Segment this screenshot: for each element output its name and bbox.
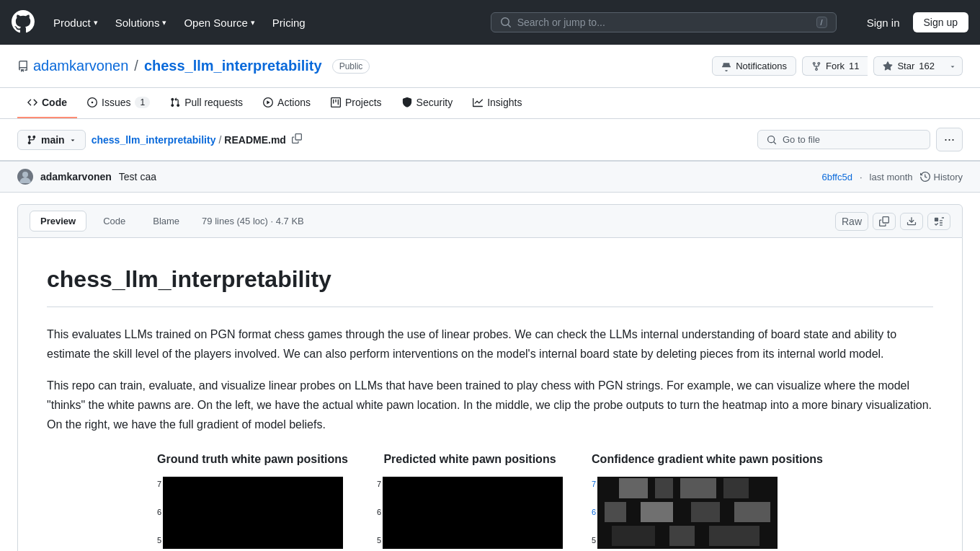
list-icon	[934, 216, 944, 226]
tab-code[interactable]: Code	[17, 88, 77, 118]
commit-hash-link[interactable]: 6bffc5d	[822, 172, 852, 182]
chevron-down-icon	[949, 63, 956, 70]
chart2-canvas	[383, 477, 563, 549]
preview-tab[interactable]: Preview	[30, 211, 86, 232]
chevron-down-icon: ▾	[251, 18, 255, 27]
tab-navigation: Code Issues 1 Pull requests Actions Proj…	[0, 88, 980, 119]
insights-icon	[473, 97, 483, 107]
pr-icon	[170, 97, 180, 107]
blame-tab[interactable]: Blame	[142, 211, 190, 232]
repo-actions: Notifications Fork 11 Star 162	[712, 56, 963, 76]
code-icon	[27, 97, 37, 107]
search-icon	[767, 135, 777, 145]
go-to-file-input[interactable]: Go to file	[757, 130, 930, 149]
tab-security[interactable]: Security	[392, 88, 463, 118]
projects-icon	[331, 97, 341, 107]
copy-icon	[292, 133, 302, 144]
star-label: Star	[897, 61, 914, 71]
chevron-down-icon	[69, 136, 76, 144]
readme-para1: This evaluates LLMs trained on PGN forma…	[47, 325, 933, 363]
copy-raw-button[interactable]	[873, 213, 896, 230]
star-icon	[883, 61, 893, 71]
chart-ground-truth: Ground truth white pawn positions 765	[157, 451, 348, 548]
star-group: Star 162	[873, 56, 963, 76]
chevron-down-icon: ▾	[162, 18, 166, 27]
go-to-file-label: Go to file	[783, 134, 820, 145]
notifications-button[interactable]: Notifications	[712, 56, 796, 76]
sign-in-button[interactable]: Sign in	[860, 12, 907, 33]
nav-pricing[interactable]: Pricing	[265, 12, 313, 33]
tab-projects[interactable]: Projects	[321, 88, 392, 118]
repo-title: adamkarvonen / chess_llm_interpretabilit…	[17, 58, 370, 74]
tab-insights[interactable]: Insights	[463, 88, 532, 118]
star-count: 162	[919, 61, 935, 71]
chart3-labels: 765	[592, 477, 596, 549]
nav-solutions[interactable]: Solutions ▾	[108, 12, 174, 33]
outline-button[interactable]	[927, 213, 950, 230]
visibility-badge: Public	[332, 59, 370, 74]
download-button[interactable]	[900, 213, 923, 230]
tab-issues[interactable]: Issues 1	[77, 88, 160, 118]
fork-button[interactable]: Fork 11	[802, 56, 868, 76]
search-icon	[500, 17, 512, 28]
fork-group: Fork 11	[802, 56, 868, 76]
fork-label: Fork	[826, 61, 845, 71]
chart1-labels: 765	[157, 477, 161, 549]
copy-icon	[879, 216, 889, 226]
top-navigation: Product ▾ Solutions ▾ Open Source ▾ Pric…	[0, 0, 980, 45]
search-text: Search or jump to...	[517, 17, 811, 28]
avatar	[17, 169, 33, 185]
svg-point-0	[22, 172, 28, 177]
repo-icon	[17, 61, 29, 72]
commit-author[interactable]: adamkarvonen	[40, 171, 112, 182]
notifications-label: Notifications	[736, 61, 787, 71]
commit-time: last month	[870, 172, 913, 182]
search-shortcut: /	[816, 17, 827, 28]
readme-content: chess_llm_interpretability This evaluate…	[17, 238, 963, 551]
star-dropdown-button[interactable]	[943, 56, 963, 76]
actions-icon	[263, 97, 273, 107]
issues-count: 1	[135, 97, 150, 108]
file-actions: Raw	[835, 212, 950, 231]
chart2-labels: 765	[377, 477, 381, 549]
commit-message: Test caa	[119, 171, 156, 182]
chart3-title: Confidence gradient white pawn positions	[592, 451, 823, 467]
branch-selector[interactable]: main	[17, 130, 86, 150]
commit-row: adamkarvonen Test caa 6bffc5d · last mon…	[0, 161, 980, 193]
file-meta: 79 lines (45 loc) · 4.7 KB	[202, 216, 304, 226]
copy-path-button[interactable]	[289, 131, 305, 149]
more-options-button[interactable]: ···	[936, 128, 963, 151]
star-button[interactable]: Star 162	[873, 56, 943, 76]
chevron-down-icon: ▾	[94, 18, 98, 27]
nav-links: Product ▾ Solutions ▾ Open Source ▾ Pric…	[46, 12, 313, 33]
chart1-canvas	[163, 477, 343, 549]
file-viewer-header: Preview Code Blame 79 lines (45 loc) · 4…	[17, 204, 963, 238]
repo-owner-link[interactable]: adamkarvonen	[33, 58, 128, 74]
history-icon	[920, 172, 930, 182]
chart1-title: Ground truth white pawn positions	[157, 451, 348, 467]
breadcrumb: chess_llm_interpretability / README.md	[92, 131, 305, 149]
breadcrumb-repo-link[interactable]: chess_llm_interpretability	[92, 134, 216, 146]
github-logo[interactable]	[12, 10, 35, 35]
sign-up-button[interactable]: Sign up	[913, 12, 968, 32]
chart2-title: Predicted white pawn positions	[377, 451, 563, 467]
nav-product[interactable]: Product ▾	[46, 12, 105, 33]
chart-predicted: Predicted white pawn positions 765	[377, 451, 563, 548]
fork-count: 11	[849, 61, 859, 71]
chart-confidence: Confidence gradient white pawn positions…	[592, 451, 823, 548]
breadcrumb-file: README.md	[224, 134, 286, 146]
search-bar[interactable]: Search or jump to... /	[491, 12, 837, 32]
readme-title: chess_llm_interpretability	[47, 261, 933, 307]
tab-pull-requests[interactable]: Pull requests	[160, 88, 253, 118]
chart3-canvas	[597, 477, 778, 549]
download-icon	[906, 216, 917, 226]
readme-para2: This repo can train, evaluate, and visua…	[47, 376, 933, 435]
code-tab[interactable]: Code	[92, 211, 136, 232]
nav-open-source[interactable]: Open Source ▾	[177, 12, 262, 33]
history-link[interactable]: History	[920, 172, 963, 182]
file-browser-header: main chess_llm_interpretability / README…	[0, 119, 980, 161]
tab-actions[interactable]: Actions	[253, 88, 321, 118]
repo-name-link[interactable]: chess_llm_interpretability	[144, 58, 322, 74]
issue-icon	[87, 97, 97, 107]
raw-button[interactable]: Raw	[835, 212, 868, 231]
